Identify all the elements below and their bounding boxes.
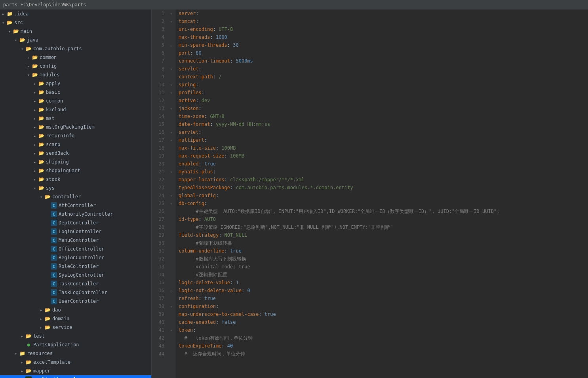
line-number: 40 bbox=[155, 318, 164, 326]
tree-item-src[interactable]: 📂src bbox=[0, 18, 151, 27]
tree-item-domain[interactable]: 📂domain bbox=[0, 314, 151, 323]
line-number: 10 bbox=[155, 81, 164, 89]
tree-item-modules[interactable]: 📂modules bbox=[0, 70, 151, 79]
tree-arrow bbox=[25, 64, 32, 68]
tree-item-test[interactable]: 📂test bbox=[0, 332, 151, 340]
tree-item-apply[interactable]: 📂apply bbox=[0, 79, 151, 88]
tree-item-sendBack[interactable]: 📂sendBack bbox=[0, 149, 151, 158]
line-number: 1 bbox=[155, 9, 164, 17]
fold-gutter-icon[interactable]: ○ bbox=[167, 41, 175, 49]
tree-icon-controller: C bbox=[51, 272, 57, 278]
tree-label: returnInfo bbox=[46, 133, 74, 139]
tree-item-common[interactable]: 📂common bbox=[0, 53, 151, 62]
tree-item-scarp[interactable]: 📂scarp bbox=[0, 140, 151, 149]
tree-item-AuthorityController[interactable]: CAuthorityController bbox=[0, 210, 151, 218]
tree-label: TaskLogController bbox=[59, 290, 107, 295]
line-number: 11 bbox=[155, 89, 164, 97]
fold-gutter-icon[interactable]: ▾ bbox=[167, 136, 175, 144]
tree-icon-controller: C bbox=[51, 202, 57, 209]
tree-item-LoginController[interactable]: CLoginController bbox=[0, 227, 151, 236]
fold-gutter-icon[interactable]: ▾ bbox=[167, 192, 175, 199]
tree-item-idea[interactable]: 📁.idea bbox=[0, 9, 151, 18]
tree-item-excelTemplate[interactable]: 📂excelTemplate bbox=[0, 358, 151, 367]
tree-item-OfficeController[interactable]: COfficeController bbox=[0, 245, 151, 253]
tree-label: AuthorityController bbox=[59, 211, 113, 217]
tree-item-application.yml[interactable]: Yapplication.yml bbox=[0, 375, 151, 378]
tree-item-service[interactable]: 📂service bbox=[0, 323, 151, 332]
fold-gutter-icon[interactable]: ▾ bbox=[167, 128, 175, 136]
fold-gutter-icon[interactable]: ▾ bbox=[167, 199, 175, 207]
tree-item-basic[interactable]: 📂basic bbox=[0, 88, 151, 97]
tree-item-common2[interactable]: 📂common bbox=[0, 97, 151, 105]
tree-icon-folder: 📂 bbox=[38, 133, 44, 139]
tree-icon-folder: 📂 bbox=[38, 159, 44, 165]
tree-item-shipping[interactable]: 📂shipping bbox=[0, 158, 151, 166]
fold-gutter-icon bbox=[167, 231, 175, 239]
tree-item-config[interactable]: 📂config bbox=[0, 62, 151, 70]
tree-item-com.autobio.parts[interactable]: 📂com.autobio.parts bbox=[0, 44, 151, 53]
fold-gutter-icon[interactable]: ▾ bbox=[167, 17, 175, 25]
tree-arrow bbox=[32, 99, 38, 103]
tree-item-UserController[interactable]: CUserController bbox=[0, 297, 151, 306]
tree-item-dao[interactable]: 📂dao bbox=[0, 306, 151, 314]
tree-icon-folder: 📂 bbox=[25, 46, 32, 52]
tree-item-k3cloud[interactable]: 📂k3cloud bbox=[0, 105, 151, 114]
tree-label: shipping bbox=[46, 159, 69, 165]
tree-arrow bbox=[38, 195, 44, 199]
line-number: 31 bbox=[155, 247, 164, 255]
tree-item-SysLogController[interactable]: CSysLogController bbox=[0, 271, 151, 279]
fold-gutter-icon[interactable]: ▾ bbox=[167, 81, 175, 89]
fold-gutter-icon bbox=[167, 49, 175, 57]
tree-item-MenuController[interactable]: CMenuController bbox=[0, 236, 151, 245]
line-number: 34 bbox=[155, 271, 164, 279]
code-line: port: 80 bbox=[179, 49, 585, 57]
code-line: servlet: bbox=[179, 65, 585, 73]
code-line: multipart: bbox=[179, 136, 585, 144]
fold-gutter-icon[interactable]: ▾ bbox=[167, 104, 175, 112]
fold-gutter-icon[interactable]: ▾ bbox=[167, 168, 175, 176]
tree-item-mst[interactable]: 📂mst bbox=[0, 114, 151, 123]
line-number: 19 bbox=[155, 152, 164, 160]
tree-icon-folder: 📂 bbox=[32, 72, 38, 78]
code-line: enabled: true bbox=[179, 160, 585, 168]
code-view[interactable]: 1234567891011121314151617181920212223242… bbox=[152, 9, 588, 378]
line-number: 43 bbox=[155, 342, 164, 350]
line-number: 15 bbox=[155, 120, 164, 128]
tree-item-mstOrgPackingItem[interactable]: 📂mstOrgPackingItem bbox=[0, 123, 151, 131]
tree-arrow bbox=[13, 38, 19, 42]
tree-item-PartsApplication[interactable]: ●PartsApplication bbox=[0, 340, 151, 349]
tree-item-TaskLogController[interactable]: CTaskLogController bbox=[0, 288, 151, 297]
tree-item-RoleColtroller[interactable]: CRoleColtroller bbox=[0, 262, 151, 271]
fold-gutter-icon bbox=[167, 33, 175, 41]
fold-gutter-icon[interactable]: ▾ bbox=[167, 9, 175, 17]
file-tree-sidebar[interactable]: 📁.idea📂src📂main📂java📂com.autobio.parts📂c… bbox=[0, 9, 152, 378]
tree-label: test bbox=[33, 333, 45, 339]
line-number: 38 bbox=[155, 302, 164, 310]
tree-item-returnInfo[interactable]: 📂returnInfo bbox=[0, 131, 151, 140]
fold-gutter-icon bbox=[167, 294, 175, 302]
tree-item-TaskController[interactable]: CTaskController bbox=[0, 279, 151, 288]
tree-item-DeptController[interactable]: CDeptController bbox=[0, 218, 151, 227]
tree-item-AttController[interactable]: CAttController bbox=[0, 201, 151, 210]
tree-item-stock[interactable]: 📂stock bbox=[0, 175, 151, 184]
tree-arrow bbox=[32, 82, 38, 86]
tree-item-main[interactable]: 📂main bbox=[0, 27, 151, 36]
tree-item-controller[interactable]: 📂controller bbox=[0, 192, 151, 201]
tree-arrow bbox=[32, 116, 38, 121]
fold-gutter-icon[interactable]: ▾ bbox=[167, 302, 175, 310]
fold-gutter-icon[interactable]: ▾ bbox=[167, 65, 175, 73]
tree-arrow bbox=[38, 325, 44, 330]
tree-item-shoppingCart[interactable]: 📂shoppingCart bbox=[0, 166, 151, 175]
tree-item-java[interactable]: 📂java bbox=[0, 36, 151, 44]
fold-gutter-icon[interactable]: ▾ bbox=[167, 326, 175, 334]
tree-arrow bbox=[25, 73, 32, 77]
tree-item-RegionController[interactable]: CRegionController bbox=[0, 253, 151, 262]
fold-gutter-icon[interactable]: ○ bbox=[167, 287, 175, 294]
tree-item-resources[interactable]: 📁resources bbox=[0, 349, 151, 358]
tree-item-sys[interactable]: 📂sys bbox=[0, 184, 151, 192]
tree-label: config bbox=[40, 63, 57, 69]
fold-gutter-icon[interactable]: ▾ bbox=[167, 89, 175, 97]
tree-label: basic bbox=[46, 89, 60, 95]
tree-item-mapper[interactable]: 📂mapper bbox=[0, 367, 151, 375]
tree-arrow bbox=[32, 125, 38, 129]
